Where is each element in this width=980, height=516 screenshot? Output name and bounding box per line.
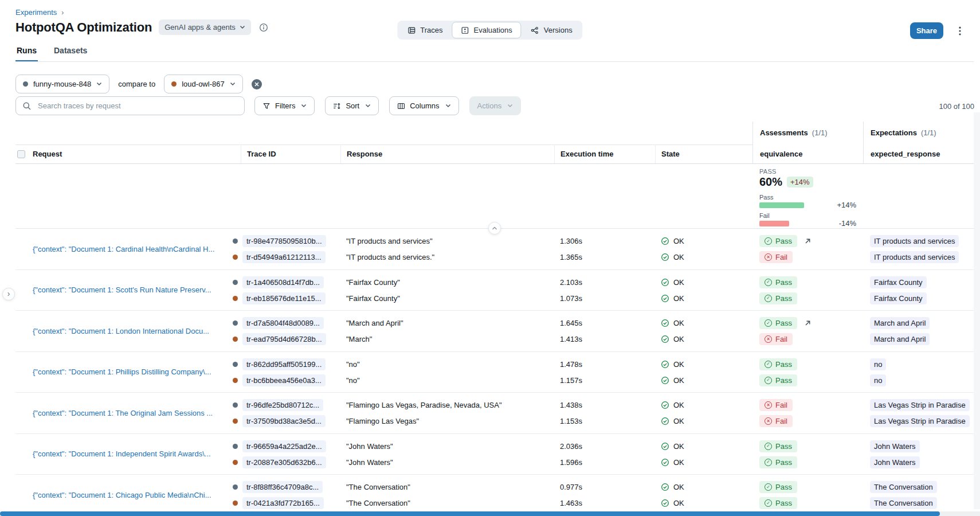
group-header-row: Assessments (1/1) Expectations (1/1): [15, 122, 974, 144]
assessment-chip: ✓✕Fail: [759, 415, 793, 427]
sort-button[interactable]: Sort: [325, 96, 379, 115]
fail-icon: ✕: [765, 417, 772, 425]
check-circle-icon: [661, 335, 669, 343]
request-link[interactable]: {"context": "Document 1: Chicago Public …: [33, 491, 211, 499]
state-text: OK: [673, 278, 684, 287]
assessment-chip: ✓✕Fail: [759, 333, 793, 345]
request-link[interactable]: {"context": "Document 1: Cardinal Health…: [33, 245, 214, 253]
tab-traces[interactable]: Traces: [398, 22, 452, 38]
trace-id-pill[interactable]: tr-ead795d4d66728b...: [242, 333, 326, 345]
execution-time: 1.478s: [560, 360, 582, 369]
experiment-evaluations-page: Experiments › HotpotQA Optimization GenA…: [0, 0, 980, 516]
columns-button[interactable]: Columns: [389, 96, 458, 115]
tab-versions[interactable]: Versions: [522, 22, 582, 38]
versions-icon: [531, 26, 539, 34]
execution-time: 1.306s: [560, 237, 582, 245]
run-select-b[interactable]: loud-owl-867: [164, 75, 242, 93]
chevron-down-icon: [96, 82, 102, 86]
search-icon: [22, 101, 32, 111]
horizontal-scrollbar-thumb[interactable]: [0, 511, 940, 516]
assessment-chip: ✓✕Pass: [759, 276, 797, 288]
pass-icon: ✓: [765, 279, 772, 286]
assessment-chip: ✓✕Pass: [759, 235, 797, 247]
execution-time: 1.645s: [560, 319, 582, 327]
trace-id-pill[interactable]: tr-96dfe25bd80712c...: [242, 399, 323, 411]
chevron-down-icon: [365, 104, 371, 108]
response-text: "no": [346, 376, 360, 385]
experiment-type-badge[interactable]: GenAI apps & agents: [159, 19, 251, 35]
request-link[interactable]: {"context": "Document 1: London Internat…: [33, 327, 209, 335]
trace-id-pill[interactable]: tr-8f88ff36c4709a8c...: [242, 481, 323, 493]
trace-id-pill[interactable]: tr-98e47785095810b...: [242, 235, 326, 247]
state-text: OK: [673, 253, 684, 261]
state-text: OK: [673, 458, 684, 467]
col-header-trace-id: Trace ID: [241, 144, 340, 163]
filters-button[interactable]: Filters: [254, 96, 315, 115]
check-circle-icon: [661, 360, 669, 369]
result-count: 100 of 100: [939, 102, 974, 111]
request-link[interactable]: {"context": "Document 1: The Original Ja…: [33, 409, 213, 417]
execution-time: 1.438s: [560, 401, 582, 409]
request-link[interactable]: {"context": "Document 1: Phillips Distil…: [33, 368, 211, 376]
execution-time: 0.977s: [560, 483, 582, 491]
trace-id-pill[interactable]: tr-1a406508d14f7db...: [242, 276, 324, 288]
run-select-a[interactable]: funny-mouse-848: [15, 75, 109, 93]
check-circle-icon: [661, 294, 669, 303]
response-text: "Fairfax County": [346, 294, 400, 303]
table-row-pair: {"context": "Document 1: The Original Ja…: [15, 393, 974, 434]
expected-response-pill: Las Vegas Strip in Paradise: [870, 399, 970, 411]
expected-response-pill: IT products and services: [870, 251, 959, 263]
trace-id-pill[interactable]: tr-d54949a61212113...: [242, 251, 326, 263]
pass-icon: ✓: [765, 319, 772, 327]
trace-id-pill[interactable]: tr-bc6bbeea456e0a3...: [242, 374, 326, 386]
state-text: OK: [673, 319, 684, 327]
tab-datasets[interactable]: Datasets: [53, 45, 88, 62]
open-diff-arrow-icon[interactable]: [804, 237, 812, 245]
expand-panel-button[interactable]: ›: [2, 288, 15, 300]
expected-response-pill: no: [870, 374, 886, 386]
trace-id-pill[interactable]: tr-96659a4a225ad2e...: [242, 440, 326, 452]
pass-icon: ✓: [765, 499, 772, 507]
run-a-color-dot: [23, 81, 28, 87]
trace-id-pill[interactable]: tr-0421a3fd772b165...: [242, 497, 324, 509]
table-row-pair: {"context": "Document 1: London Internat…: [15, 311, 974, 352]
request-link[interactable]: {"context": "Document 1: Scott's Run Nat…: [33, 286, 211, 294]
execution-time: 1.596s: [560, 458, 582, 467]
check-circle-icon: [661, 253, 669, 261]
execution-time: 1.463s: [560, 499, 582, 507]
pass-icon: ✓: [765, 459, 772, 466]
expected-response-pill: John Waters: [870, 456, 920, 468]
open-diff-arrow-icon[interactable]: [804, 319, 812, 327]
breadcrumb-experiments-link[interactable]: Experiments: [15, 8, 57, 17]
trace-id-pill[interactable]: tr-eb185676de11e15...: [242, 292, 326, 304]
remove-comparison-icon[interactable]: [252, 79, 262, 89]
trace-id-pill[interactable]: tr-37509bd38ac3e5d...: [242, 415, 326, 427]
check-circle-icon: [661, 278, 669, 287]
pass-delta-value: +14%: [837, 201, 856, 209]
trace-id-pill[interactable]: tr-d7a5804f48d0089...: [242, 317, 324, 329]
trace-id-pill[interactable]: tr-862dd95aff505199...: [242, 358, 326, 370]
table-row-pair: {"context": "Document 1: Phillips Distil…: [15, 352, 974, 393]
response-text: "no": [346, 360, 360, 369]
response-text: "The Conversation": [346, 483, 410, 491]
trace-id-pill[interactable]: tr-20887e305d632b6...: [242, 456, 326, 468]
check-circle-icon: [661, 401, 669, 409]
expected-response-pill: Las Vegas Strip in Paradise: [870, 415, 970, 427]
select-all-checkbox[interactable]: [17, 150, 25, 158]
tab-runs[interactable]: Runs: [15, 45, 38, 62]
info-icon[interactable]: [259, 23, 268, 32]
compare-row: funny-mouse-848 compare to loud-owl-867: [15, 75, 262, 93]
breadcrumb-chevron-icon: ›: [61, 9, 64, 17]
check-circle-icon: [661, 442, 669, 451]
page-title: HotpotQA Optimization: [15, 20, 152, 35]
check-circle-icon: [661, 376, 669, 385]
state-text: OK: [673, 335, 684, 343]
search-input[interactable]: [37, 101, 238, 111]
request-link[interactable]: {"context": "Document 1: Independent Spi…: [33, 449, 211, 458]
share-button[interactable]: Share: [910, 22, 943, 39]
col-header-equivalence: equivalence: [752, 144, 863, 163]
chevron-right-icon: ›: [7, 289, 10, 298]
chevron-down-icon: [507, 104, 513, 108]
kebab-menu-icon[interactable]: [953, 24, 967, 38]
tab-evaluations[interactable]: Evaluations: [452, 22, 522, 38]
